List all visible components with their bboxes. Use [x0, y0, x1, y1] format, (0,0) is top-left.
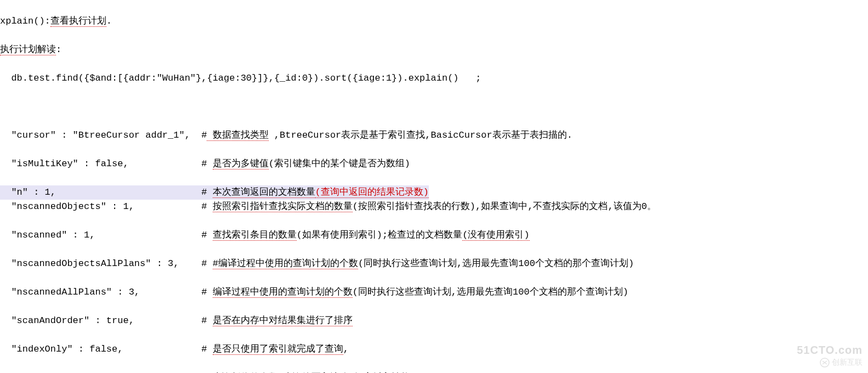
code-frag: "n" : 1, # — [0, 187, 213, 197]
line-2: 执行计划解读: — [0, 43, 868, 57]
code-frag: "nscannedObjectsAllPlans" : 3, # — [0, 258, 213, 269]
code-frag: "isMultiKey" : false, # — [0, 159, 213, 169]
code-frag: "nscannedAllPlans" : 3, # — [0, 287, 213, 297]
code-frag: xplain(): — [0, 16, 50, 26]
code-frag: "nscanned" : 1, # — [0, 230, 213, 240]
annot-red: (查询中返回的结果记录数) — [315, 187, 429, 198]
annot-cn: 是否在内存中对结果集进行了排序 — [213, 315, 353, 326]
code-frag: "scanAndOrder" : true, # — [0, 315, 213, 326]
punct: , — [343, 344, 349, 354]
annot-rest: (索引键集中的某个键是否为数组) — [269, 159, 410, 169]
line-14: "nYields" : 0, # 查询暂停的次数(查询给写入让路,提高插入性能) — [0, 371, 868, 373]
line-7-highlighted: "n" : 1, # 本次查询返回的文档数量(查询中返回的结果记录数) — [0, 185, 429, 200]
annot-cn: 编译过程中使用的查询计划的个数 — [213, 287, 353, 298]
line-1: xplain():查看执行计划. — [0, 14, 868, 29]
annot-rest: (同时执行这些查询计划,选用最先查询100个文档的那个查询计划) — [358, 258, 634, 269]
annot-cn: 是否为多键值 — [213, 159, 269, 169]
annot-cn: 是否只使用了索引就完成了查询 — [213, 344, 343, 355]
line-10: "nscannedObjectsAllPlans" : 3, # #编译过程中使… — [0, 257, 868, 271]
line-11: "nscannedAllPlans" : 3, # 编译过程中使用的查询计划的个… — [0, 285, 868, 299]
annot-cn: 数据查找类型 — [207, 130, 268, 141]
line-9: "nscanned" : 1, # 查找索引条目的数量(如果有使用到索引);检查… — [0, 228, 868, 242]
punct: . — [106, 16, 112, 26]
line-13: "indexOnly" : false, # 是否只使用了索引就完成了查询, — [0, 342, 868, 357]
annot-rest: ,BtreeCursor表示是基于索引查找,BasicCursor表示基于表扫描… — [269, 130, 572, 140]
annot-cn2: (没有使用索引) — [462, 230, 529, 241]
line-12: "scanAndOrder" : true, # 是否在内存中对结果集进行了排序 — [0, 314, 868, 328]
line-6: "isMultiKey" : false, # 是否为多键值(索引键集中的某个键… — [0, 157, 868, 171]
line-8: "nscannedObjects" : 1, # 按照索引指针查找实际文档的数量… — [0, 200, 868, 214]
annot-cn: 查看执行计划 — [50, 16, 106, 27]
annot-cn: 按照索引指针查找实际文档的数量 — [213, 201, 353, 212]
annot-cn: #编译过程中使用的查询计划的个数 — [213, 258, 358, 269]
watermark-block: 51CTO.com 创新互联 — [797, 344, 863, 368]
code-query: db.test.find({$and:[{addr:"WuHan"},{iage… — [0, 73, 481, 83]
annot-mid: (如果有使用到索引);检查过的文档数量 — [297, 230, 463, 240]
code-frag: "nscannedObjects" : 1, # — [0, 201, 213, 212]
code-document: xplain():查看执行计划. 执行计划解读: db.test.find({$… — [0, 0, 868, 373]
code-frag: "indexOnly" : false, # — [0, 344, 213, 354]
watermark-cx: 创新互联 — [797, 358, 863, 368]
line-5: "cursor" : "BtreeCursor addr_1", # 数据查找类… — [0, 128, 868, 143]
punct: : — [56, 44, 61, 55]
watermark-51cto: 51CTO.com — [797, 344, 863, 357]
code-frag: "cursor" : "BtreeCursor addr_1", # — [0, 130, 207, 140]
logo-icon — [820, 358, 830, 368]
annot-rest: (按照索引指针查找表的行数),如果查询中,不查找实际的文档,该值为0。 — [353, 201, 656, 212]
annot-rest: (同时执行这些查询计划,选用最先查询100个文档的那个查询计划) — [353, 287, 628, 297]
line-3: db.test.find({$and:[{addr:"WuHan"},{iage… — [0, 71, 868, 86]
annot-cn: 本次查询返回的文档数量 — [213, 187, 315, 198]
annot-cn: 查找索引条目的数量 — [213, 230, 297, 241]
watermark-cx-text: 创新互联 — [832, 358, 863, 366]
line-blank — [0, 100, 868, 114]
annot-cn: 执行计划解读 — [0, 44, 56, 55]
